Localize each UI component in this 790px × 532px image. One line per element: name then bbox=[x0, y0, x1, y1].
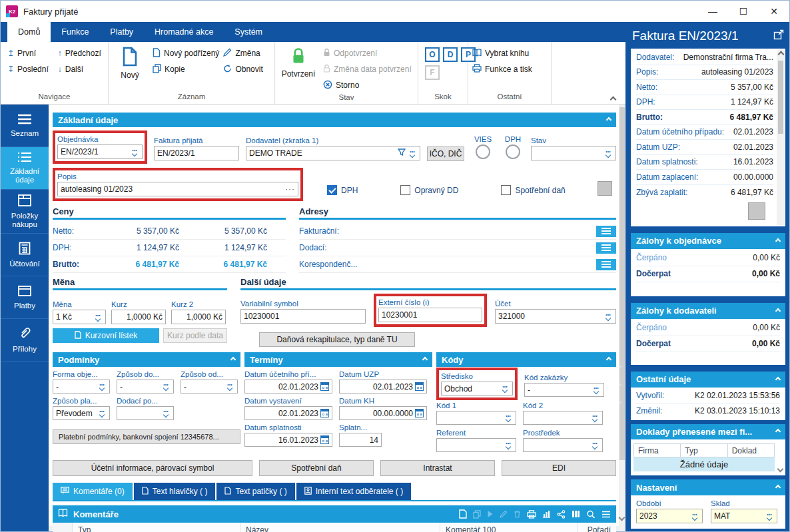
calendar-icon[interactable] bbox=[415, 382, 424, 391]
intrastat-button[interactable]: Intrastat bbox=[380, 460, 495, 476]
open-in-window-icon[interactable] bbox=[773, 29, 784, 43]
externi-cislo-field[interactable]: 10230001 bbox=[378, 308, 482, 322]
kod-zakazky-field[interactable]: - bbox=[524, 383, 604, 397]
kurzovni-listek-button[interactable]: Kurzovní lístek bbox=[53, 328, 159, 343]
scroll-down-arrow[interactable] bbox=[777, 466, 784, 473]
dropdown-icon[interactable] bbox=[97, 383, 107, 390]
variabilni-symbol-field[interactable]: 10230001 bbox=[240, 309, 366, 324]
settings-search-icon[interactable] bbox=[586, 510, 595, 519]
column-nazev[interactable]: Název bbox=[240, 523, 440, 532]
next-button[interactable]: ↓Další bbox=[58, 63, 101, 75]
ellipsis-button[interactable]: ··· bbox=[285, 184, 295, 194]
datum-vystaveni-field[interactable]: 02.01.2023 bbox=[244, 406, 332, 420]
nastaveni-header[interactable]: Nastavení bbox=[631, 479, 785, 495]
zpusob-odberu-field[interactable]: - bbox=[181, 380, 238, 394]
last-button[interactable]: ↧Poslední bbox=[7, 63, 49, 75]
column-typ[interactable]: Typ bbox=[681, 443, 727, 457]
tab-system[interactable]: Systém bbox=[224, 22, 273, 42]
referent-field[interactable] bbox=[436, 438, 516, 452]
forma-objednavky-field[interactable]: - bbox=[53, 380, 110, 394]
datum-splatnosti-field[interactable]: 16.01.2023 bbox=[244, 433, 332, 447]
sidebar-item-uctovani[interactable]: Účtování bbox=[1, 234, 49, 276]
calendar-icon[interactable] bbox=[320, 382, 329, 391]
dropdown-icon[interactable] bbox=[93, 314, 103, 321]
maximize-button[interactable]: ☐ bbox=[728, 1, 759, 22]
first-button[interactable]: ↥První bbox=[7, 47, 49, 59]
dropdown-icon[interactable] bbox=[161, 383, 171, 390]
splatnost-field[interactable]: 14 bbox=[339, 433, 382, 447]
faktura-prijata-field[interactable]: EN/2023/1 bbox=[154, 146, 239, 160]
minimize-button[interactable]: — bbox=[697, 1, 728, 22]
dropdown-icon[interactable] bbox=[225, 383, 234, 390]
zalohy-dodavateli-header[interactable]: Zálohy k dodavateli bbox=[631, 303, 785, 319]
sklad-field[interactable]: MAT bbox=[711, 509, 777, 523]
danova-rekapitulace-button[interactable]: Daňová rekapitulace, typ daně TU bbox=[259, 332, 415, 347]
tab-domu[interactable]: Domů bbox=[7, 22, 51, 42]
dropdown-icon[interactable] bbox=[690, 513, 699, 520]
scroll-down-arrow[interactable] bbox=[619, 513, 624, 522]
section-header-zakladni-udaje[interactable]: Základní údaje bbox=[53, 113, 616, 127]
stredisko-field[interactable]: Obchod bbox=[441, 382, 513, 396]
edit-button[interactable]: Změna bbox=[223, 47, 262, 59]
calendar-icon[interactable] bbox=[320, 435, 329, 444]
dropdown-icon[interactable] bbox=[408, 150, 417, 157]
close-button[interactable]: ✕ bbox=[759, 1, 789, 22]
ucetni-informace-button[interactable]: Účetní informace, párovací symbol bbox=[53, 460, 252, 476]
edi-button[interactable]: EDI bbox=[502, 460, 616, 476]
new-button[interactable]: Nový bbox=[111, 45, 149, 91]
zpusob-dopravy-field[interactable]: - bbox=[117, 380, 174, 394]
column-poradi[interactable]: Pořadí bbox=[578, 523, 616, 532]
refresh-button[interactable]: Obnovit bbox=[223, 63, 262, 75]
column-typ[interactable]: Typ bbox=[73, 523, 240, 532]
datum-kh-field[interactable]: 00.00.0000 bbox=[339, 406, 427, 420]
obdobi-field[interactable]: 2023 bbox=[636, 509, 703, 523]
spotrebni-dan-button[interactable]: Spotřební daň bbox=[259, 460, 374, 476]
column-komentar[interactable]: Komentář 100 bbox=[440, 523, 578, 532]
popis-field[interactable]: autoleasing 01/2023··· bbox=[57, 182, 298, 196]
calendar-icon[interactable] bbox=[320, 409, 329, 417]
dropdown-icon[interactable] bbox=[765, 513, 774, 520]
chart-icon[interactable] bbox=[542, 510, 551, 518]
calendar-icon[interactable] bbox=[415, 409, 424, 417]
zalohy-objednavce-header[interactable]: Zálohy k objednávce bbox=[631, 233, 785, 249]
scrollbar-thumb[interactable] bbox=[619, 107, 625, 460]
dropdown-icon[interactable] bbox=[590, 414, 599, 421]
filter-icon[interactable] bbox=[398, 148, 406, 158]
zpusob-platby-field[interactable]: Převodem bbox=[53, 406, 110, 420]
sidebar-item-seznam[interactable]: Seznam bbox=[1, 105, 49, 147]
sidebar-item-prilohy[interactable]: Přílohy bbox=[1, 319, 49, 362]
prostredek-field[interactable] bbox=[523, 438, 603, 452]
new-child-button[interactable]: Nový podřízený bbox=[153, 47, 219, 59]
collapse-ribbon-button[interactable] bbox=[611, 95, 619, 101]
address-menu-button[interactable] bbox=[596, 226, 616, 237]
column-firma[interactable]: Firma bbox=[633, 443, 681, 457]
dropdown-icon[interactable] bbox=[592, 386, 601, 394]
tab-funkce[interactable]: Funkce bbox=[51, 22, 99, 42]
ostatni-udaje-header[interactable]: Ostatní údaje bbox=[631, 372, 785, 388]
address-menu-button[interactable] bbox=[596, 259, 616, 270]
dodaci-podminky-field[interactable] bbox=[117, 406, 174, 420]
dph-checkbox[interactable] bbox=[327, 185, 337, 195]
dropdown-icon[interactable] bbox=[161, 409, 171, 417]
print-icon[interactable] bbox=[527, 510, 536, 519]
column-doklad[interactable]: Doklad bbox=[728, 443, 775, 457]
print-functions-button[interactable]: Funkce a tisk bbox=[472, 63, 532, 75]
dropdown-icon[interactable] bbox=[97, 409, 107, 417]
dropdown-icon[interactable] bbox=[504, 441, 513, 449]
dodavatel-field[interactable]: DEMO TRADE bbox=[246, 146, 420, 160]
scroll-up-arrow[interactable] bbox=[778, 51, 785, 58]
dropdown-icon[interactable] bbox=[603, 313, 613, 320]
tab-hromadne-akce[interactable]: Hromadné akce bbox=[144, 22, 224, 42]
jump-o-button[interactable]: O bbox=[425, 47, 440, 62]
previous-button[interactable]: ↑Předchozí bbox=[58, 47, 101, 59]
columns-icon[interactable] bbox=[572, 510, 580, 518]
datum-uzp-field[interactable]: 02.01.2023 bbox=[339, 380, 427, 394]
sidebar-item-platby[interactable]: Platby bbox=[1, 276, 49, 319]
kod2-field[interactable] bbox=[523, 411, 603, 425]
select-book-button[interactable]: Vybrat knihu bbox=[472, 47, 532, 59]
storno-button[interactable]: Storno bbox=[323, 79, 412, 91]
share-icon[interactable] bbox=[557, 510, 566, 519]
mena-field[interactable]: 1 Kč bbox=[53, 310, 106, 324]
card-scrollbar[interactable] bbox=[777, 50, 785, 225]
address-menu-button[interactable] bbox=[596, 242, 616, 254]
